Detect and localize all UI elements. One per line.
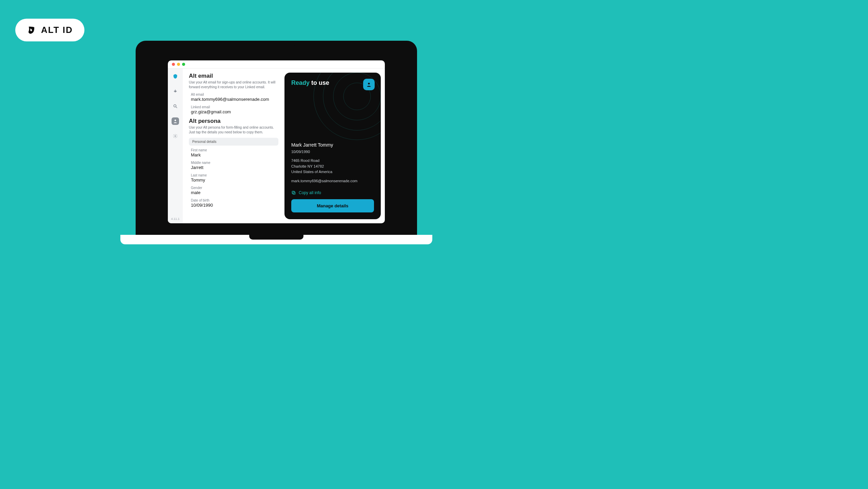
- bug-icon: [173, 89, 178, 94]
- badge-label: ALT ID: [41, 25, 73, 35]
- middle-name-label: Middle name: [191, 161, 278, 165]
- gear-icon: [173, 134, 178, 138]
- svg-point-7: [175, 135, 176, 137]
- card-dob: 10/09/1990: [291, 149, 374, 155]
- svg-rect-14: [292, 191, 294, 193]
- sidebar-item-settings[interactable]: [172, 132, 179, 140]
- sidebar-item-search[interactable]: [172, 102, 179, 110]
- first-name-value: Mark: [191, 152, 278, 157]
- ready-label: Ready: [291, 79, 310, 86]
- person-icon: [173, 119, 178, 124]
- alt-email-label: Alt email: [191, 93, 278, 96]
- app-window: 4.11.1 Alt email Use your Alt email for …: [168, 60, 385, 223]
- last-name-value: Tommy: [191, 177, 278, 183]
- card-name: Mark Jarrett Tommy: [291, 142, 374, 149]
- alt-persona-title: Alt persona: [189, 118, 278, 125]
- alt-email-value: mark.tommy696@salmonserenade.com: [191, 97, 278, 102]
- sidebar: 4.11.1: [168, 69, 183, 223]
- last-name-label: Last name: [191, 173, 278, 177]
- alt-id-badge: ALT ID: [15, 19, 84, 41]
- gender-value: male: [191, 190, 278, 195]
- alt-persona-description: Use your Alt persona for form-filling an…: [189, 125, 278, 134]
- linked-email-field[interactable]: Linked email grz.giza@gmail.com: [189, 105, 278, 114]
- copy-icon: [291, 190, 296, 195]
- main-panel: Alt email Use your Alt email for sign-up…: [183, 69, 284, 223]
- linked-email-label: Linked email: [191, 105, 278, 109]
- dob-value: 10/09/1990: [191, 203, 278, 208]
- first-name-field[interactable]: First name Mark: [189, 148, 278, 157]
- svg-rect-13: [293, 192, 295, 194]
- sidebar-item-vpn[interactable]: [172, 73, 179, 80]
- card-address-line3: United States of America: [291, 169, 374, 175]
- window-maximize-button[interactable]: [182, 63, 185, 66]
- dob-field[interactable]: Date of birth 10/09/1990: [189, 199, 278, 208]
- window-titlebar: [168, 60, 385, 69]
- identity-card: Ready to use Mark Jarrett Tommy 10/09/19…: [284, 73, 381, 219]
- gender-field[interactable]: Gender male: [189, 186, 278, 195]
- laptop-mockup: 4.11.1 Alt email Use your Alt email for …: [136, 41, 417, 244]
- dob-label: Date of birth: [191, 199, 278, 202]
- copy-all-label: Copy all info: [299, 190, 321, 195]
- window-close-button[interactable]: [172, 63, 175, 66]
- linked-email-value: grz.giza@gmail.com: [191, 109, 278, 114]
- sidebar-item-alt-id[interactable]: [172, 117, 179, 125]
- gender-label: Gender: [191, 186, 278, 190]
- alt-email-field[interactable]: Alt email mark.tommy696@salmonserenade.c…: [189, 93, 278, 102]
- last-name-field[interactable]: Last name Tommy: [189, 173, 278, 183]
- card-address-line2: Charlotte NY 14782: [291, 164, 374, 169]
- manage-details-button[interactable]: Manage details: [291, 199, 374, 212]
- copy-all-button[interactable]: Copy all info: [291, 190, 374, 195]
- search-icon: [173, 104, 178, 109]
- shield-icon: [173, 74, 178, 79]
- svg-point-6: [175, 119, 176, 121]
- personal-details-header: Personal details: [189, 138, 278, 146]
- app-version: 4.11.1: [171, 217, 179, 221]
- to-use-label: to use: [310, 79, 329, 86]
- surfshark-logo-icon: [27, 25, 36, 35]
- card-address-line1: 7465 Rood Road: [291, 158, 374, 164]
- alt-email-title: Alt email: [189, 73, 278, 79]
- middle-name-field[interactable]: Middle name Jarrett: [189, 161, 278, 170]
- card-status-title: Ready to use: [291, 79, 374, 87]
- svg-line-5: [176, 107, 177, 108]
- window-minimize-button[interactable]: [177, 63, 180, 66]
- alt-email-description: Use your Alt email for sign-ups and onli…: [189, 80, 278, 89]
- card-email: mark.tommy696@salmonserenade.com: [291, 178, 374, 184]
- sidebar-item-antivirus[interactable]: [172, 88, 179, 95]
- middle-name-value: Jarrett: [191, 165, 278, 170]
- svg-point-4: [174, 105, 176, 107]
- first-name-label: First name: [191, 148, 278, 152]
- svg-point-0: [174, 90, 176, 92]
